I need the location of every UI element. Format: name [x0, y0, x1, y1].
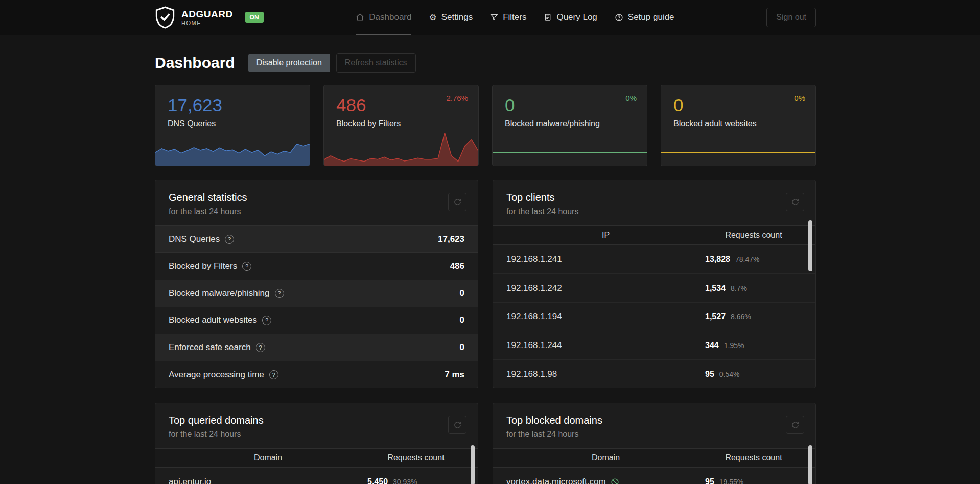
nav-item-settings[interactable]: ⚙ Settings — [429, 0, 473, 35]
blocked-adult-flatline-chart — [661, 152, 815, 153]
blocked-filters-link[interactable]: Blocked by Filters — [336, 119, 401, 128]
top-clients-table-header: IP Requests count — [493, 225, 815, 245]
blocked-malware-percent: 0% — [625, 94, 637, 102]
top-queried-table-header: Domain Requests count — [155, 448, 478, 468]
table-row: 192.168.1.194 1,5278.66% — [493, 302, 815, 331]
stats-row-value: 0 — [460, 288, 464, 298]
requests-percent: 19.55% — [719, 478, 743, 484]
client-ip[interactable]: 192.168.1.241 — [506, 254, 705, 264]
dns-queries-value: 17,623 — [168, 96, 297, 116]
refresh-icon — [453, 421, 462, 429]
protection-on-badge: ON — [245, 12, 264, 23]
top-blocked-domains-panel: Top blocked domains for the last 24 hour… — [493, 403, 816, 484]
stats-row: Blocked by Filters? 486 — [155, 252, 478, 280]
disable-protection-button[interactable]: Disable protection — [248, 54, 330, 72]
refresh-icon — [791, 198, 800, 206]
adguard-shield-logo-icon — [155, 6, 175, 29]
refresh-statistics-button[interactable]: Refresh statistics — [336, 53, 416, 73]
blocked-adult-label: Blocked adult websites — [673, 119, 757, 128]
help-icon[interactable]: ? — [242, 262, 251, 271]
brand-subtitle: HOME — [181, 20, 233, 26]
nav-item-filters[interactable]: Filters — [490, 0, 526, 35]
sign-out-button[interactable]: Sign out — [766, 8, 816, 27]
brand-name: ADGUARD — [181, 9, 233, 19]
table-row: api.entur.io 5,45030.93% — [155, 468, 478, 484]
queried-domain[interactable]: api.entur.io — [169, 477, 367, 484]
top-clients-title: Top clients — [506, 192, 802, 203]
top-clients-subtitle: for the last 24 hours — [506, 207, 802, 216]
stats-row-label: Blocked malware/phishing — [169, 288, 270, 298]
top-navbar: ADGUARD HOME ON Dashboard ⚙ Settings — [0, 0, 980, 35]
help-icon[interactable]: ? — [269, 370, 278, 379]
stats-row: Blocked adult websites? 0 — [155, 307, 478, 334]
requests-percent: 78.47% — [735, 255, 759, 263]
stat-card-blocked-filters: 2.76% 486 Blocked by Filters — [323, 85, 479, 166]
stats-row-label: Blocked by Filters — [169, 261, 237, 271]
refresh-icon-button[interactable] — [448, 416, 466, 434]
scrollbar-thumb[interactable] — [808, 220, 812, 271]
client-ip[interactable]: 192.168.1.242 — [506, 283, 705, 293]
refresh-icon-button[interactable] — [786, 416, 804, 434]
stats-row-label: Average processing time — [169, 370, 264, 380]
help-icon[interactable]: ? — [262, 316, 271, 325]
refresh-icon-button[interactable] — [786, 193, 804, 211]
top-blocked-subtitle: for the last 24 hours — [506, 430, 802, 439]
question-circle-icon — [615, 13, 623, 22]
blocked-domain[interactable]: vortex.data.microsoft.com — [506, 477, 606, 484]
requests-count: 5,450 — [367, 477, 388, 484]
nav-menu: Dashboard ⚙ Settings Filters — [356, 0, 674, 35]
requests-percent: 30.93% — [393, 478, 417, 484]
nav-item-setup-guide[interactable]: Setup guide — [615, 0, 674, 35]
help-icon[interactable]: ? — [256, 343, 265, 352]
general-statistics-title: General statistics — [169, 192, 464, 203]
blocked-filters-sparkline-chart — [324, 133, 478, 166]
top-queried-domains-panel: Top queried domains for the last 24 hour… — [155, 403, 478, 484]
blocked-tracker-icon[interactable] — [611, 478, 619, 484]
top-clients-panel: Top clients for the last 24 hours IP Req… — [493, 180, 816, 388]
gear-icon: ⚙ — [429, 13, 436, 22]
stats-row-label: Blocked adult websites — [169, 315, 257, 326]
nav-item-query-log[interactable]: Query Log — [544, 0, 597, 35]
page-header: Dashboard Disable protection Refresh sta… — [155, 53, 816, 73]
client-ip[interactable]: 192.168.1.244 — [506, 340, 705, 351]
stats-row: Blocked malware/phishing? 0 — [155, 280, 478, 307]
blocked-filters-percent: 2.76% — [446, 94, 468, 102]
stats-row-label: DNS Queries — [169, 234, 220, 244]
table-row: vortex.data.microsoft.com 9519.55% — [493, 468, 815, 484]
column-header-ip: IP — [506, 231, 705, 240]
blocked-malware-flatline-chart — [493, 152, 647, 153]
stats-row-value: 486 — [450, 261, 464, 271]
table-row: 192.168.1.242 1,5348.7% — [493, 273, 815, 302]
client-ip[interactable]: 192.168.1.98 — [506, 369, 705, 379]
brand[interactable]: ADGUARD HOME ON — [155, 6, 264, 29]
refresh-icon — [453, 198, 462, 206]
page-title: Dashboard — [155, 54, 235, 72]
column-header-domain: Domain — [506, 453, 705, 463]
stats-row: Enforced safe search? 0 — [155, 334, 478, 361]
client-ip[interactable]: 192.168.1.194 — [506, 312, 705, 322]
stats-row: Average processing time? 7 ms — [155, 361, 478, 388]
column-header-requests-count: Requests count — [705, 453, 802, 463]
stat-card-blocked-malware: 0% 0 Blocked malware/phishing — [492, 85, 647, 166]
top-queried-subtitle: for the last 24 hours — [169, 430, 464, 439]
requests-count: 1,534 — [705, 284, 726, 293]
requests-percent: 8.7% — [731, 284, 747, 292]
nav-item-dashboard[interactable]: Dashboard — [356, 0, 411, 35]
blocked-adult-percent: 0% — [794, 94, 805, 102]
requests-percent: 8.66% — [731, 313, 751, 321]
help-icon[interactable]: ? — [275, 289, 284, 298]
home-icon — [356, 13, 364, 21]
dns-queries-label: DNS Queries — [168, 119, 216, 128]
scrollbar-thumb[interactable] — [471, 445, 475, 484]
requests-count: 1,527 — [705, 312, 726, 321]
column-header-requests-count: Requests count — [367, 453, 464, 463]
blocked-adult-value: 0 — [673, 96, 803, 116]
refresh-icon-button[interactable] — [448, 193, 466, 211]
refresh-icon — [791, 421, 800, 429]
requests-count: 13,828 — [705, 255, 730, 264]
help-icon[interactable]: ? — [225, 235, 234, 244]
requests-count: 95 — [705, 477, 714, 484]
scrollbar-thumb[interactable] — [808, 445, 812, 484]
document-icon — [544, 13, 552, 21]
top-blocked-table-header: Domain Requests count — [493, 448, 815, 468]
